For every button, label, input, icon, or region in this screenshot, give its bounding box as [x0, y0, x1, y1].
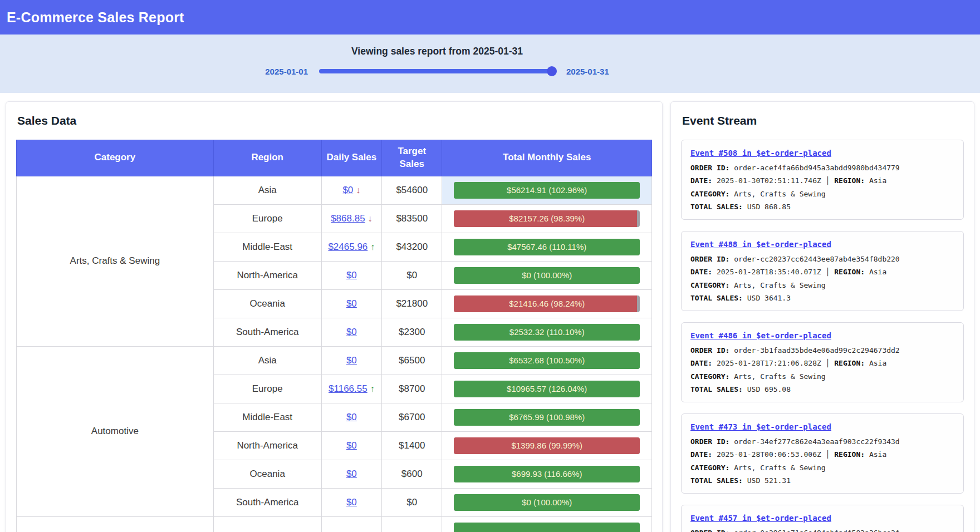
progress-badge-fill	[454, 523, 640, 532]
daily-sales-cell: $0	[321, 318, 381, 346]
trend-up-icon: ↑	[370, 242, 375, 252]
col-header-region: Region	[213, 140, 321, 176]
progress-badge: $6765.99 (100.98%)	[454, 409, 640, 426]
progress-badge-label: $56214.91 (102.96%)	[454, 182, 640, 199]
daily-sales-link[interactable]: $1166.55	[329, 383, 367, 394]
progress-badge-label: $2532.32 (110.10%)	[454, 324, 640, 341]
sales-data-card: Sales Data Category Region Daily Sales T…	[6, 101, 663, 532]
event-detail-line: CATEGORY: Arts, Crafts & Sewing	[690, 372, 954, 381]
event-link[interactable]: Event #508 in $et-order-placed	[690, 149, 831, 157]
daily-sales-link[interactable]: $0	[342, 185, 353, 195]
total-monthly-sales-cell: $0 (100.00%)	[442, 488, 652, 516]
target-sales-cell: $6700	[382, 403, 442, 431]
event-detail-line: TOTAL SALES: USD 521.31	[690, 476, 954, 485]
main-content: Sales Data Category Region Daily Sales T…	[0, 93, 980, 532]
event-card: Event #488 in $et-order-placedORDER ID: …	[681, 231, 964, 311]
total-monthly-sales-cell: $6532.68 (100.50%)	[442, 346, 652, 375]
region-cell: Oceania	[213, 289, 321, 318]
progress-badge: $0 (100.00%)	[454, 267, 640, 284]
target-sales-cell: $21800	[382, 289, 442, 318]
total-monthly-sales-cell: $56214.91 (102.96%)	[442, 176, 652, 204]
event-link[interactable]: Event #457 in $et-order-placed	[690, 514, 831, 523]
progress-badge: $2532.32 (110.10%)	[454, 324, 640, 341]
table-row	[17, 516, 652, 532]
target-sales-cell: $0	[382, 261, 442, 289]
daily-sales-link[interactable]: $0	[346, 440, 357, 451]
total-monthly-sales-cell: $10965.57 (126.04%)	[442, 375, 652, 403]
region-cell: Europe	[213, 204, 321, 233]
daily-sales-link[interactable]: $0	[346, 469, 357, 479]
daily-sales-cell: $0	[321, 431, 381, 460]
event-detail-line: TOTAL SALES: USD 3641.3	[690, 294, 954, 303]
daily-sales-link[interactable]: $0	[346, 412, 357, 422]
target-sales-cell: $1400	[382, 431, 442, 460]
daily-sales-link[interactable]: $0	[346, 327, 357, 337]
progress-badge-label: $0 (100.00%)	[454, 494, 640, 511]
daily-sales-link[interactable]: $0	[346, 298, 357, 309]
event-detail-line: DATE: 2025-01-28T00:06:53.006Z │ REGION:…	[690, 450, 954, 459]
app-title: E-Commerce Sales Report	[7, 9, 184, 26]
progress-badge-label: $1399.86 (99.99%)	[454, 437, 640, 454]
region-cell: Middle-East	[213, 233, 321, 261]
sales-table-body: Arts, Crafts & SewingAsia$0↓$54600$56214…	[17, 176, 652, 532]
trend-up-icon: ↑	[370, 384, 375, 393]
daily-sales-cell: $2465.96↑	[321, 233, 381, 261]
category-cell	[17, 516, 214, 532]
event-detail-line: ORDER ID: order-34ef277c862e4a3eaaf903cc…	[690, 437, 954, 446]
target-sales-cell	[382, 516, 442, 532]
daily-sales-link[interactable]: $0	[346, 270, 357, 280]
report-range-title: Viewing sales report from 2025-01-31	[0, 46, 874, 57]
category-cell: Automotive	[17, 346, 214, 516]
trend-down-icon: ↓	[356, 185, 360, 195]
event-detail-line: TOTAL SALES: USD 868.85	[690, 203, 954, 211]
daily-sales-link[interactable]: $0	[346, 355, 357, 366]
progress-badge: $82157.26 (98.39%)	[454, 210, 640, 227]
event-card: Event #486 in $et-order-placedORDER ID: …	[681, 322, 964, 402]
daily-sales-cell: $1166.55↑	[321, 375, 381, 403]
target-sales-cell: $8700	[382, 375, 442, 403]
total-monthly-sales-cell: $82157.26 (98.39%)	[442, 204, 652, 233]
target-sales-cell: $0	[382, 488, 442, 516]
table-row: AutomotiveAsia$0$6500$6532.68 (100.50%)	[17, 346, 652, 375]
region-cell: Middle-East	[213, 403, 321, 431]
progress-badge: $10965.57 (126.04%)	[454, 381, 640, 397]
table-header-row: Category Region Daily Sales Target Sales…	[17, 140, 652, 176]
daily-sales-link[interactable]: $0	[346, 497, 357, 508]
target-sales-cell: $43200	[382, 233, 442, 261]
progress-badge	[454, 523, 640, 532]
progress-badge-label: $82157.26 (98.39%)	[454, 210, 640, 227]
event-link[interactable]: Event #473 in $et-order-placed	[690, 422, 831, 431]
event-stream-card: Event Stream Event #508 in $et-order-pla…	[670, 101, 974, 532]
progress-badge: $47567.46 (110.11%)	[454, 239, 640, 255]
progress-badge: $0 (100.00%)	[454, 494, 640, 511]
target-sales-cell: $83500	[382, 204, 442, 233]
progress-badge-label: $0 (100.00%)	[454, 267, 640, 284]
region-cell	[213, 516, 321, 532]
trend-down-icon: ↓	[368, 214, 373, 223]
event-link[interactable]: Event #488 in $et-order-placed	[690, 240, 831, 249]
daily-sales-cell: $0	[321, 261, 381, 289]
progress-badge: $6532.68 (100.50%)	[454, 352, 640, 369]
event-detail-line: CATEGORY: Arts, Crafts & Sewing	[690, 464, 954, 472]
sales-table: Category Region Daily Sales Target Sales…	[16, 140, 652, 532]
region-cell: Asia	[213, 176, 321, 204]
event-link[interactable]: Event #486 in $et-order-placed	[690, 331, 831, 340]
total-monthly-sales-cell: $699.93 (116.66%)	[442, 460, 652, 488]
daily-sales-cell: $0↓	[321, 176, 381, 204]
progress-badge: $21416.46 (98.24%)	[454, 295, 640, 312]
progress-badge: $1399.86 (99.99%)	[454, 437, 640, 454]
slider-thumb[interactable]	[547, 66, 557, 76]
region-cell: South-America	[213, 488, 321, 516]
progress-badge: $699.93 (116.66%)	[454, 466, 640, 482]
event-detail-line: CATEGORY: Arts, Crafts & Sewing	[690, 190, 954, 199]
daily-sales-cell	[321, 516, 381, 532]
event-detail-line: TOTAL SALES: USD 695.08	[690, 385, 954, 394]
date-slider[interactable]	[319, 66, 555, 76]
daily-sales-link[interactable]: $868.85	[331, 213, 365, 224]
daily-sales-link[interactable]: $2465.96	[328, 242, 367, 252]
total-monthly-sales-cell: $6765.99 (100.98%)	[442, 403, 652, 431]
region-cell: North-America	[213, 261, 321, 289]
total-monthly-sales-cell: $21416.46 (98.24%)	[442, 289, 652, 318]
slider-track[interactable]	[319, 69, 555, 73]
total-monthly-sales-cell: $0 (100.00%)	[442, 261, 652, 289]
